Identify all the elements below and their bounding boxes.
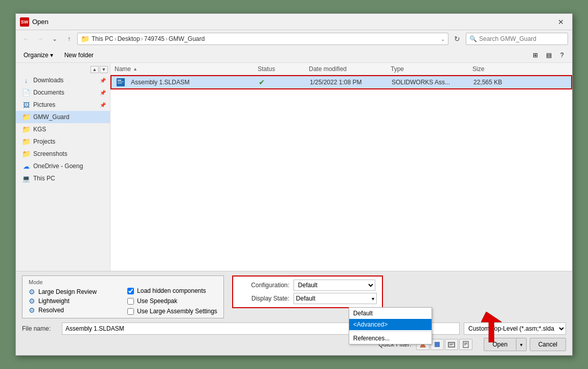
svg-rect-3 (118, 82, 123, 83)
view-grid-button[interactable]: ⊞ (529, 50, 541, 61)
sidebar-item-label: KGS (33, 126, 46, 133)
config-label: Configuration: (238, 282, 289, 289)
sidebar-item-label: This PC (33, 175, 55, 182)
bottom-panel: Mode ⚙ Large Design Review ⚙ (16, 271, 572, 355)
dialog-title: Open (32, 18, 554, 26)
file-status: ✔ (259, 78, 310, 86)
sidebar-item-kgs[interactable]: 📁 KGS (16, 123, 110, 135)
view-list-button[interactable]: ▤ (542, 50, 555, 61)
sidebar-item-label: Documents (33, 89, 64, 96)
recent-button[interactable]: ⌄ (49, 33, 61, 44)
close-button[interactable]: ✕ (554, 16, 568, 28)
quick-filter-btn-3[interactable] (445, 339, 458, 350)
open-button-group: Open ▾ (484, 338, 526, 351)
new-folder-button[interactable]: New folder (61, 50, 97, 61)
mode-checkboxes: Load hidden components Use Speedpak Use … (127, 287, 217, 315)
quick-filter-btn-4[interactable] (459, 339, 472, 350)
quick-filter-btn-2[interactable] (431, 339, 444, 350)
folder-icon: 📁 (22, 137, 30, 146)
main-area: ▲ ▼ ↓ Downloads 📌 📄 Documents 📌 (16, 63, 572, 271)
sidebar-item-downloads[interactable]: ↓ Downloads 📌 (16, 74, 110, 86)
dropdown-arrow-icon: ▾ (372, 296, 374, 302)
sidebar-item-screenshots[interactable]: 📁 Screenshots (16, 148, 110, 160)
forward-button[interactable]: → (34, 33, 47, 44)
svg-rect-1 (118, 80, 121, 81)
onedrive-icon: ☁ (22, 162, 30, 170)
dropdown-item-advanced[interactable]: <Advanced> (349, 319, 432, 330)
search-input[interactable] (479, 35, 561, 42)
file-type: SOLIDWORKS Ass... (392, 79, 473, 86)
sidebar-item-pictures[interactable]: 🖼 Pictures 📌 (16, 99, 110, 111)
config-row: Configuration: Default (238, 280, 377, 291)
organize-button[interactable]: Organize ▾ (20, 50, 57, 61)
mode-lightweight[interactable]: ⚙ Lightweight (29, 297, 97, 305)
up-button[interactable]: ↑ (63, 33, 75, 44)
mode-icon-large: ⚙ (29, 288, 35, 296)
organize-chevron-icon: ▾ (50, 52, 53, 59)
refresh-button[interactable]: ↻ (450, 33, 464, 45)
speedpak-checkbox[interactable] (127, 298, 134, 305)
column-date[interactable]: Date modified (309, 65, 391, 73)
checkbox-load-hidden[interactable]: Load hidden components (127, 287, 217, 294)
configuration-select[interactable]: Default (293, 280, 375, 291)
column-status[interactable]: Status (258, 65, 309, 73)
dropdown-item-references[interactable]: References... (349, 333, 432, 344)
open-dialog: SW Open ✕ ← → ⌄ ↑ 📁 This PC › Desktop › … (15, 13, 573, 356)
sidebar: ▲ ▼ ↓ Downloads 📌 📄 Documents 📌 (16, 63, 110, 271)
mode-icon-resolved: ⚙ (29, 306, 35, 314)
sidebar-item-projects[interactable]: 📁 Projects (16, 135, 110, 148)
column-size[interactable]: Size (472, 65, 524, 73)
svg-rect-4 (118, 83, 122, 84)
breadcrumb-part-1: This PC (92, 35, 114, 42)
display-state-select[interactable]: Default ▾ (293, 293, 377, 304)
checkbox-large-assembly[interactable]: Use Large Assembly Settings (127, 308, 217, 315)
file-area: Name ▲ Status Date modified Type Size (110, 63, 572, 271)
dropdown-item-default[interactable]: Default (349, 308, 432, 319)
action-row: Quick Filter: Open ▾ (22, 338, 566, 351)
pin-icon: 📌 (100, 78, 106, 83)
pin-icon: 📌 (100, 102, 106, 108)
file-name: Assembly 1.SLDASM (131, 79, 190, 86)
back-button[interactable]: ← (20, 33, 32, 44)
this-pc-icon: 💻 (22, 174, 30, 182)
column-type[interactable]: Type (391, 65, 472, 73)
load-hidden-checkbox[interactable] (127, 288, 134, 294)
breadcrumb[interactable]: 📁 This PC › Desktop › 749745 › GMW_Guard… (77, 33, 448, 45)
sort-icon: ▲ (133, 66, 138, 72)
mode-section: Mode ⚙ Large Design Review ⚙ (22, 275, 224, 318)
sidebar-item-label: Downloads (33, 77, 63, 84)
search-box: 🔍 (466, 33, 568, 45)
file-row[interactable]: Assembly 1.SLDASM ✔ 1/25/2022 1:08 PM SO… (110, 75, 572, 89)
mode-resolved[interactable]: ⚙ Resolved (29, 306, 97, 314)
folder-icon: 📁 (22, 113, 30, 121)
folder-icon: 📁 (22, 150, 30, 158)
sidebar-item-label: Pictures (33, 101, 55, 108)
sidebar-item-documents[interactable]: 📄 Documents 📌 (16, 86, 110, 99)
dropdown-divider (349, 331, 432, 332)
sidebar-item-onedrive[interactable]: ☁ OneDrive - Goeng (16, 160, 110, 172)
sidebar-item-label: Screenshots (33, 150, 67, 157)
sidebar-item-label: Projects (33, 138, 55, 145)
view-help-button[interactable]: ? (556, 50, 568, 61)
large-assembly-checkbox[interactable] (127, 308, 134, 315)
display-state-row: Display State: Default ▾ Default <Advanc… (238, 293, 377, 304)
scroll-up-arrow[interactable]: ▲ (91, 66, 99, 73)
cancel-button[interactable]: Cancel (530, 338, 566, 351)
checkbox-speedpak[interactable]: Use Speedpak (127, 297, 217, 305)
pin-icon: 📌 (100, 90, 106, 96)
open-dropdown-button[interactable]: ▾ (516, 338, 527, 351)
sidebar-item-gmw-guard[interactable]: 📁 GMW_Guard (16, 111, 110, 123)
file-type-select[interactable]: Custom Top-Level (*.asm;*.slda (464, 322, 566, 335)
mode-large-design[interactable]: ⚙ Large Design Review (29, 288, 97, 296)
display-state-dropdown: Default <Advanced> References... (349, 307, 432, 344)
file-type-icon (116, 77, 126, 87)
sidebar-item-this-pc[interactable]: 💻 This PC (16, 172, 110, 184)
file-size: 22,565 KB (473, 79, 525, 86)
folder-icon: 📁 (81, 35, 89, 43)
breadcrumb-chevron-icon[interactable]: ⌄ (441, 36, 445, 42)
open-button[interactable]: Open (484, 338, 516, 351)
column-name[interactable]: Name ▲ (115, 65, 258, 73)
breadcrumb-part-2: Desktop (118, 35, 140, 42)
scroll-down-arrow[interactable]: ▼ (100, 66, 108, 73)
display-state-container: Default ▾ Default <Advanced> References.… (293, 293, 377, 304)
